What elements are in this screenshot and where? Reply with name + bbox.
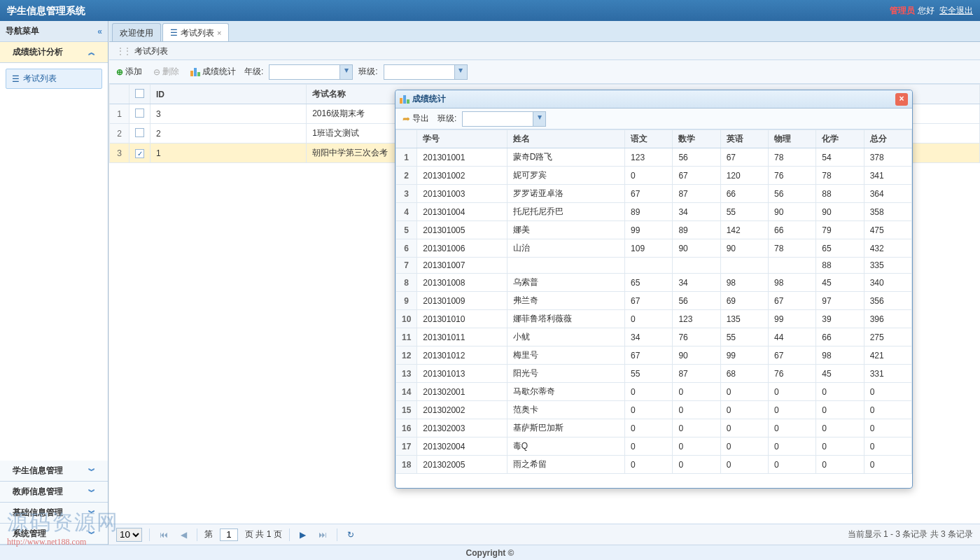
col-header[interactable]: 语文 xyxy=(625,130,673,148)
table-row[interactable]: 8201301008乌索普6534989845340 xyxy=(396,274,912,292)
app-header: 学生信息管理系统 管理员 您好 安全退出 xyxy=(0,0,980,21)
table-row[interactable]: 10201301010娜菲鲁塔利薇薇01231359939396 xyxy=(396,310,912,328)
grade-select[interactable]: ▾ xyxy=(269,64,353,80)
tabbar: 欢迎使用 ☰ 考试列表 × xyxy=(109,21,980,42)
table-row[interactable]: 1201301001蒙奇D路飞12356677854378 xyxy=(396,148,912,167)
minus-icon: ⊖ xyxy=(153,67,160,77)
footer: Copyright © xyxy=(0,545,980,560)
table-row[interactable]: 11201301011小鱿3476554466275 xyxy=(396,328,912,346)
accordion-body: ☰ 考试列表 xyxy=(0,63,108,461)
stats-table[interactable]: 学号姓名语文数学英语物理化学总分 1201301001蒙奇D路飞12356677… xyxy=(396,130,912,488)
class-select[interactable]: ▾ xyxy=(384,64,468,80)
chevron-down-icon: ︾ xyxy=(88,529,95,539)
tab-welcome[interactable]: 欢迎使用 xyxy=(112,23,161,41)
pager: 10 ⏮ ◀ 第 页 共 1 页 ▶ ⏭ ↻ 当前显示 1 - 3 条记录 共 … xyxy=(109,524,980,545)
panel-title: 考试列表 xyxy=(134,42,168,60)
col-header[interactable]: 数学 xyxy=(673,130,720,148)
chevron-up-icon: ︽ xyxy=(88,48,95,57)
greeting: 您好 xyxy=(918,6,934,15)
tree-item-label: 考试列表 xyxy=(23,73,57,85)
delete-button[interactable]: ⊖删除 xyxy=(150,64,182,79)
col-check[interactable] xyxy=(130,85,150,104)
panel-header: ⋮⋮ 考试列表 xyxy=(109,42,980,60)
dialog-class-label: 班级: xyxy=(438,113,456,125)
sidebar: 导航菜单 « 成绩统计分析 ︽ ☰ 考试列表 学生信息管理︾ 教师信息管理︾ 基… xyxy=(0,21,108,545)
next-page-button[interactable]: ▶ xyxy=(297,530,309,540)
bar-chart-icon xyxy=(400,95,410,104)
accordion-label: 成绩统计分析 xyxy=(13,46,63,58)
table-row[interactable]: 5201301005娜美99891426679475 xyxy=(396,221,912,239)
col-header[interactable]: 总分 xyxy=(864,130,911,148)
dialog-header[interactable]: 成绩统计 × xyxy=(396,90,912,108)
bar-chart-icon xyxy=(190,68,200,76)
table-row[interactable]: 2201301002妮可罗宾0671207678341 xyxy=(396,167,912,185)
table-row[interactable]: 18201302005雨之希留000000 xyxy=(396,456,912,474)
stats-button[interactable]: 成绩统计 xyxy=(188,64,239,79)
dialog-toolbar: ➦导出 班级: ▾ xyxy=(396,108,912,130)
app-title: 学生信息管理系统 xyxy=(7,0,85,21)
table-row[interactable]: 12201301012梅里号6790996798421 xyxy=(396,346,912,365)
close-icon[interactable]: × xyxy=(895,93,908,106)
main: 欢迎使用 ☰ 考试列表 × ⋮⋮ 考试列表 ⊕添加 ⊖删除 成绩统计 年级: ▾… xyxy=(108,21,980,545)
prev-page-button[interactable]: ◀ xyxy=(178,530,190,540)
stats-dialog: 成绩统计 × ➦导出 班级: ▾ 学号姓名语文数学英语物理化学总分 120130… xyxy=(395,90,913,489)
chevron-down-icon: ▾ xyxy=(340,65,352,79)
chevron-down-icon: ▾ xyxy=(454,65,467,79)
collapse-icon[interactable]: « xyxy=(97,27,102,36)
accordion-stats[interactable]: 成绩统计分析 ︽ xyxy=(0,42,108,63)
chevron-down-icon: ︾ xyxy=(88,508,95,518)
table-row[interactable]: 16201302003基萨斯巴加斯000000 xyxy=(396,419,912,438)
list-icon: ☰ xyxy=(170,24,178,42)
first-page-button[interactable]: ⏮ xyxy=(157,530,171,540)
chevron-down-icon: ︾ xyxy=(88,487,95,497)
accordion-base[interactable]: 基础信息管理︾ xyxy=(0,503,108,524)
export-icon: ➦ xyxy=(402,113,410,124)
add-button[interactable]: ⊕添加 xyxy=(113,64,145,79)
logout-link[interactable]: 安全退出 xyxy=(939,6,973,15)
col-header[interactable]: 姓名 xyxy=(507,130,624,148)
chevron-down-icon: ︾ xyxy=(88,466,95,476)
close-icon[interactable]: × xyxy=(217,24,221,42)
list-icon: ☰ xyxy=(12,74,20,84)
accordion-system[interactable]: 系统管理︾ xyxy=(0,524,108,545)
grade-label: 年级: xyxy=(244,66,263,78)
pager-info: 当前显示 1 - 3 条记录 共 3 条记录 xyxy=(848,528,973,540)
nav-title: 导航菜单 xyxy=(6,25,39,37)
table-row[interactable]: 6201301006山治10990907865432 xyxy=(396,239,912,258)
tab-examlist[interactable]: ☰ 考试列表 × xyxy=(162,23,229,41)
refresh-button[interactable]: ↻ xyxy=(344,530,357,540)
col-id[interactable]: ID xyxy=(150,85,307,104)
tree-item-examlist[interactable]: ☰ 考试列表 xyxy=(6,69,102,89)
accordion-student[interactable]: 学生信息管理︾ xyxy=(0,461,108,482)
col-index xyxy=(110,85,130,104)
col-header[interactable]: 物理 xyxy=(769,130,816,148)
toolbar: ⊕添加 ⊖删除 成绩统计 年级: ▾ 班级: ▾ xyxy=(109,60,980,84)
table-row[interactable]: 14201302001马歇尔蒂奇000000 xyxy=(396,383,912,401)
page-input[interactable] xyxy=(220,528,238,541)
table-row[interactable]: 13201301013阳光号5587687645331 xyxy=(396,365,912,383)
col-header[interactable]: 英语 xyxy=(720,130,768,148)
table-row[interactable]: 3201301003罗罗诺亚卓洛6787665688364 xyxy=(396,185,912,203)
table-row[interactable]: 9201301009弗兰奇6756696797356 xyxy=(396,292,912,310)
export-button[interactable]: ➦导出 xyxy=(400,111,432,126)
col-header[interactable]: 化学 xyxy=(816,130,864,148)
page-size-select[interactable]: 10 xyxy=(116,528,142,542)
header-right: 管理员 您好 安全退出 xyxy=(890,0,973,21)
col-header[interactable]: 学号 xyxy=(417,130,507,148)
plus-icon: ⊕ xyxy=(116,67,123,77)
dialog-class-select[interactable]: ▾ xyxy=(462,111,546,127)
table-row[interactable]: 720130100788335 xyxy=(396,258,912,274)
class-label: 班级: xyxy=(358,66,377,78)
accordion-teacher[interactable]: 教师信息管理︾ xyxy=(0,482,108,503)
last-page-button[interactable]: ⏭ xyxy=(316,530,330,540)
table-row[interactable]: 17201302004毒Q000000 xyxy=(396,438,912,456)
current-user: 管理员 xyxy=(890,6,915,15)
table-row[interactable]: 15201302002范奥卡000000 xyxy=(396,401,912,419)
grip-icon: ⋮⋮ xyxy=(116,42,130,60)
table-row[interactable]: 4201301004托尼托尼乔巴8934559090358 xyxy=(396,203,912,221)
chevron-down-icon: ▾ xyxy=(533,112,545,126)
nav-header: 导航菜单 « xyxy=(0,21,108,42)
